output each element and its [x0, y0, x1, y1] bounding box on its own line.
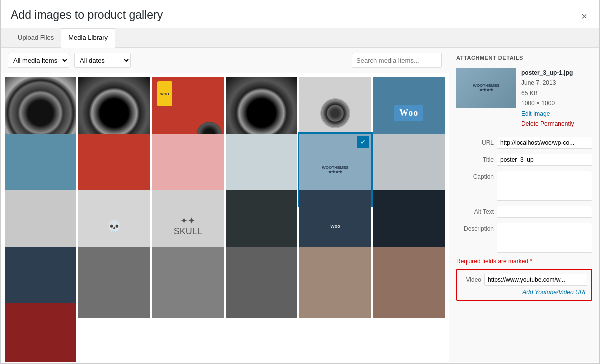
- alt-field-row: Alt Text: [456, 206, 592, 218]
- attachment-details-sidebar: ATTACHMENT DETAILS WOOTHEMES★★★★ poster_…: [449, 48, 599, 362]
- title-input[interactable]: [497, 154, 592, 166]
- caption-textarea[interactable]: [497, 171, 592, 201]
- description-field-row: Description: [456, 223, 592, 253]
- close-button[interactable]: ×: [579, 12, 589, 22]
- edit-image-link[interactable]: Edit Image: [521, 109, 574, 119]
- attachment-preview: WOOTHEMES★★★★ poster_3_up-1.jpg June 7, …: [456, 68, 592, 129]
- dialog-title: Add images to product gallery: [11, 8, 163, 28]
- add-video-link[interactable]: Add Youtube/Video URL: [461, 289, 587, 296]
- attachment-filename: poster_3_up-1.jpg: [521, 70, 573, 76]
- tab-media-library[interactable]: Media Library: [61, 28, 115, 48]
- media-item[interactable]: [373, 247, 445, 318]
- media-grid: WOO Woo: [1, 74, 449, 362]
- url-label: URL: [456, 137, 494, 146]
- video-section: Video Add Youtube/Video URL: [456, 269, 592, 301]
- media-item[interactable]: [152, 247, 224, 318]
- video-row: Video: [461, 274, 587, 286]
- video-input[interactable]: [484, 274, 587, 286]
- caption-label: Caption: [456, 171, 494, 180]
- alt-input[interactable]: [497, 206, 592, 218]
- delete-permanently-link[interactable]: Delete Permanently: [521, 119, 574, 129]
- title-label: Title: [456, 154, 494, 164]
- title-field-row: Title: [456, 154, 592, 166]
- media-area: All media items Images Audio Video All d…: [1, 48, 449, 362]
- tabs-bar: Upload Files Media Library: [1, 28, 599, 48]
- add-images-dialog: Add images to product gallery × Upload F…: [0, 0, 600, 364]
- filter-media-select[interactable]: All media items Images Audio Video: [8, 53, 69, 68]
- tab-upload[interactable]: Upload Files: [11, 28, 61, 48]
- selected-checkmark: ✓: [357, 136, 369, 148]
- attachment-thumbnail: WOOTHEMES★★★★: [456, 68, 516, 108]
- media-item[interactable]: [299, 247, 371, 318]
- url-input[interactable]: [497, 137, 592, 149]
- caption-field-row: Caption: [456, 171, 592, 201]
- attachment-details-title: ATTACHMENT DETAILS: [456, 55, 592, 61]
- attachment-info: poster_3_up-1.jpg June 7, 2013 65 KB 100…: [521, 68, 574, 129]
- media-toolbar: All media items Images Audio Video All d…: [1, 48, 449, 74]
- content-area: All media items Images Audio Video All d…: [1, 48, 599, 362]
- dialog-header: Add images to product gallery ×: [1, 0, 599, 28]
- attachment-date: June 7, 2013: [521, 80, 556, 86]
- filter-date-select[interactable]: All dates January 2013 June 2013: [74, 53, 131, 68]
- media-item[interactable]: [226, 247, 297, 318]
- required-note: Required fields are marked *: [456, 258, 592, 265]
- attachment-size: 65 KB: [521, 90, 538, 97]
- url-field-row: URL: [456, 137, 592, 149]
- attachment-dimensions: 1000 × 1000: [521, 100, 555, 107]
- description-textarea[interactable]: [497, 223, 592, 253]
- search-input[interactable]: [352, 53, 442, 68]
- video-label: Video: [461, 276, 481, 284]
- media-item[interactable]: [78, 247, 150, 318]
- description-label: Description: [456, 223, 494, 232]
- media-item[interactable]: [5, 304, 76, 362]
- alt-label: Alt Text: [456, 206, 494, 216]
